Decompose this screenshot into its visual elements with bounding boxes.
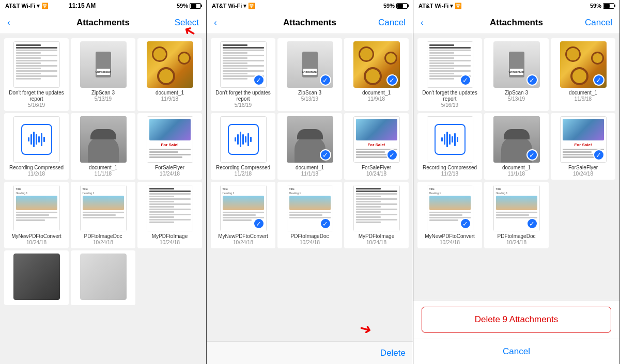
- item-date: 11/9/18: [161, 96, 178, 102]
- grid-item[interactable]: Recording Compressed11/2/18: [211, 113, 275, 180]
- grid-item[interactable]: [71, 250, 135, 305]
- bottom-bar: Delete: [207, 341, 413, 364]
- grid-item[interactable]: Title Heading 1 MyNewPDFtoConvert10/24/1…: [4, 182, 69, 248]
- item-date: 10/24/18: [300, 240, 320, 245]
- grid-item[interactable]: Title Heading 1 ✓PDFtoImageDoc10/24/18: [277, 182, 342, 248]
- item-date: 10/24/18: [233, 240, 253, 245]
- nav-back-button[interactable]: ‹: [214, 18, 217, 28]
- nav-action-button[interactable]: Cancel: [585, 18, 612, 28]
- grid-item[interactable]: CrimsonStar ZipScan 35/13/19: [71, 38, 135, 111]
- selection-checkmark: ✓: [320, 74, 331, 86]
- item-name: Recording Compressed: [9, 165, 64, 171]
- item-date: 5/13/19: [301, 96, 318, 102]
- selection-checkmark: ✓: [593, 74, 605, 86]
- grid-item[interactable]: Title Heading 1 ✓MyNewPDFtoConvert10/24/…: [417, 182, 482, 248]
- item-name: MyPDFtoImage: [359, 233, 394, 240]
- nav-action-button[interactable]: Cancel: [378, 18, 406, 28]
- grid-item[interactable]: ✓document_111/1/18: [277, 113, 342, 180]
- grid-item[interactable]: Title Heading 1 PDFtoImageDoc10/24/18: [71, 182, 135, 248]
- cancel-delete-button[interactable]: Cancel: [413, 339, 619, 364]
- grid-item[interactable]: Title Heading 1 ✓MyNewPDFtoConvert10/24/…: [211, 182, 275, 248]
- delete-attachments-button[interactable]: Delete 9 Attachments: [422, 307, 611, 333]
- item-name: ForSaleFlyer: [155, 165, 184, 171]
- grid-item[interactable]: Recording Compressed11/2/18: [417, 113, 482, 180]
- nav-back-button[interactable]: ‹: [7, 18, 10, 28]
- grid-item[interactable]: ✓Don't forget the updates report5/16/19: [417, 38, 482, 111]
- grid-item[interactable]: For Sale! ForSaleFlyer10/24/18: [137, 113, 202, 180]
- status-bar: AT&T Wi-Fi ▾ 🛜 11:15 AM 59%: [0, 0, 206, 11]
- attachments-grid: Don't forget the updates report5/16/19 C…: [0, 34, 206, 364]
- item-name: MyNewPDFtoConvert: [11, 233, 61, 240]
- item-name: ZipScan 3: [505, 90, 528, 96]
- selection-checkmark: ✓: [386, 74, 398, 86]
- item-date: 10/24/18: [93, 240, 113, 245]
- item-name: document_1: [502, 165, 531, 171]
- battery-status: 59%: [177, 3, 201, 9]
- nav-action-button[interactable]: Select: [175, 18, 199, 28]
- grid-item[interactable]: ✓document_111/9/18: [344, 38, 409, 111]
- item-date: 10/24/18: [506, 240, 526, 245]
- grid-item[interactable]: MyPDFtoImage10/24/18: [344, 182, 409, 248]
- grid-item[interactable]: Title Heading 1 ✓PDFtoImageDoc10/24/18: [484, 182, 549, 248]
- nav-title: Attachments: [490, 18, 543, 28]
- grid-item[interactable]: MyPDFtoImage10/24/18: [137, 182, 202, 248]
- carrier-label: AT&T Wi-Fi ▾ 🛜: [419, 3, 462, 9]
- battery-percent: 59%: [590, 3, 601, 9]
- grid-item[interactable]: ✓document_111/1/18: [484, 113, 549, 180]
- battery-status: 59%: [383, 3, 408, 9]
- grid-item[interactable]: ✓document_111/9/18: [551, 38, 615, 111]
- battery-icon: [396, 3, 408, 9]
- grid-item[interactable]: For Sale! ✓ForSaleFlyer10/24/18: [344, 113, 409, 180]
- item-name: PDFtoImageDoc: [84, 233, 122, 240]
- nav-bar: ‹ Attachments Cancel: [207, 11, 413, 34]
- grid-item[interactable]: CrimsonStar ✓ZipScan 35/13/19: [484, 38, 549, 111]
- item-name: MyNewPDFtoConvert: [425, 233, 475, 240]
- item-name: Don't forget the updates report: [213, 90, 273, 102]
- item-date: 11/2/18: [235, 171, 252, 177]
- item-name: Don't forget the updates report: [6, 90, 67, 102]
- selection-checkmark: ✓: [526, 218, 538, 229]
- item-date: 10/24/18: [440, 240, 460, 245]
- selection-checkmark: ✓: [526, 74, 538, 86]
- item-date: 10/24/18: [366, 240, 386, 245]
- grid-item[interactable]: For Sale! ✓ForSaleFlyer10/24/18: [551, 113, 615, 180]
- grid-item[interactable]: document_111/1/18: [71, 113, 135, 180]
- battery-icon: [190, 3, 201, 9]
- delete-button[interactable]: Delete: [380, 348, 406, 358]
- grid-item[interactable]: CrimsonStar ✓ZipScan 35/13/19: [277, 38, 342, 111]
- grid-item[interactable]: Recording Compressed11/2/18: [4, 113, 69, 180]
- grid-item[interactable]: Don't forget the updates report5/16/19: [4, 38, 69, 111]
- item-date: 11/1/18: [301, 171, 318, 177]
- item-name: MyNewPDFtoConvert: [218, 233, 268, 240]
- phone-panel-1: AT&T Wi-Fi ▾ 🛜 11:15 AM 59% ‹ Attachment…: [0, 0, 207, 364]
- item-name: PDFtoImageDoc: [291, 233, 329, 240]
- selection-checkmark: ✓: [320, 218, 331, 229]
- nav-back-button[interactable]: ‹: [421, 18, 424, 28]
- selection-checkmark: ✓: [386, 149, 398, 161]
- attachments-grid: ✓Don't forget the updates report5/16/19 …: [207, 34, 413, 341]
- item-name: document_1: [156, 90, 184, 96]
- selection-checkmark: ✓: [253, 74, 265, 86]
- grid-item[interactable]: ✓Don't forget the updates report5/16/19: [211, 38, 275, 111]
- delete-confirmation-dialog: Delete 9 Attachments Cancel: [413, 300, 619, 364]
- grid-item[interactable]: [4, 250, 69, 305]
- selection-checkmark: ✓: [593, 149, 605, 161]
- selection-checkmark: ✓: [253, 218, 265, 229]
- time-label: 11:15 AM: [69, 2, 96, 9]
- grid-item[interactable]: document_111/9/18: [137, 38, 202, 111]
- item-name: Recording Compressed: [423, 165, 477, 171]
- item-name: Don't forget the updates report: [420, 90, 480, 102]
- item-date: 10/24/18: [160, 240, 180, 245]
- item-date: 10/24/18: [26, 240, 47, 245]
- item-date: 5/13/19: [95, 96, 112, 102]
- status-bar: AT&T Wi-Fi ▾ 🛜 11:11 AM 59%: [207, 0, 413, 11]
- item-name: ZipScan 3: [91, 90, 115, 96]
- item-date: 10/24/18: [573, 171, 593, 177]
- nav-bar: ‹ Attachments Cancel: [413, 11, 619, 34]
- selection-checkmark: ✓: [320, 149, 331, 161]
- status-bar: AT&T Wi-Fi ▾ 🛜 11:11 AM 59%: [413, 0, 619, 11]
- battery-percent: 59%: [383, 3, 395, 9]
- item-date: 11/9/18: [368, 96, 385, 102]
- nav-bar: ‹ Attachments Select: [0, 11, 206, 34]
- selection-checkmark: ✓: [460, 74, 471, 86]
